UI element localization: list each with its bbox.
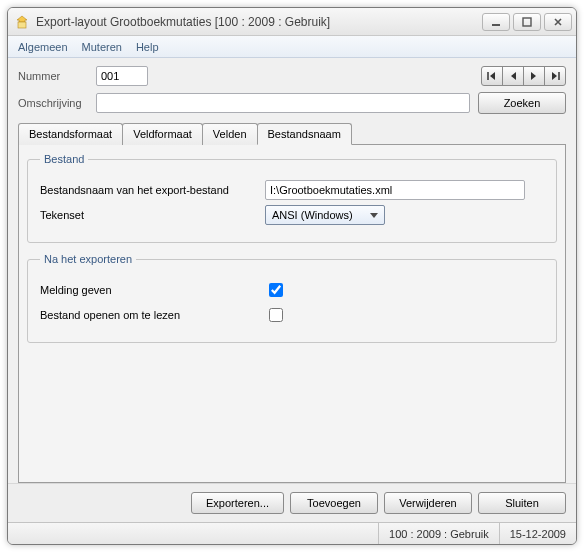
menu-muteren[interactable]: Muteren xyxy=(82,41,122,53)
tab-strip: Bestandsformaat Veldformaat Velden Besta… xyxy=(18,122,566,144)
record-nav xyxy=(481,66,566,86)
nav-prev-button[interactable] xyxy=(502,66,524,86)
tab-veldformaat[interactable]: Veldformaat xyxy=(122,123,203,145)
minimize-button[interactable] xyxy=(482,13,510,31)
close-button[interactable] xyxy=(544,13,572,31)
after-export-group: Na het exporteren Melding geven Bestand … xyxy=(27,253,557,343)
nav-first-button[interactable] xyxy=(481,66,503,86)
window-title: Export-layout Grootboekmutaties [100 : 2… xyxy=(36,15,482,29)
sluiten-button[interactable]: Sluiten xyxy=(478,492,566,514)
tab-bestandsformaat[interactable]: Bestandsformaat xyxy=(18,123,123,145)
exporteren-button[interactable]: Exporteren... xyxy=(191,492,284,514)
path-input[interactable] xyxy=(265,180,525,200)
bestand-group: Bestand Bestandsnaam van het export-best… xyxy=(27,153,557,243)
title-bar: Export-layout Grootboekmutaties [100 : 2… xyxy=(8,8,576,36)
svg-rect-2 xyxy=(523,18,531,26)
nummer-input[interactable] xyxy=(96,66,148,86)
open-checkbox[interactable] xyxy=(269,308,283,322)
status-context: 100 : 2009 : Gebruik xyxy=(378,523,499,544)
after-legend: Na het exporteren xyxy=(40,253,136,265)
menu-help[interactable]: Help xyxy=(136,41,159,53)
tekenset-value: ANSI (Windows) xyxy=(272,209,353,221)
app-icon xyxy=(14,14,30,30)
menu-bar: Algemeen Muteren Help xyxy=(8,36,576,58)
melding-checkbox[interactable] xyxy=(269,283,283,297)
svg-rect-1 xyxy=(492,24,500,26)
button-row: Exporteren... Toevoegen Verwijderen Slui… xyxy=(8,483,576,522)
status-date: 15-12-2009 xyxy=(499,523,576,544)
path-label: Bestandsnaam van het export-bestand xyxy=(40,184,265,196)
menu-algemeen[interactable]: Algemeen xyxy=(18,41,68,53)
nummer-label: Nummer xyxy=(18,70,88,82)
zoeken-button[interactable]: Zoeken xyxy=(478,92,566,114)
description-row: Omschrijving Zoeken xyxy=(8,90,576,122)
header-row: Nummer xyxy=(8,58,576,90)
open-label: Bestand openen om te lezen xyxy=(40,309,265,321)
toevoegen-button[interactable]: Toevoegen xyxy=(290,492,378,514)
tabs-area: Bestandsformaat Veldformaat Velden Besta… xyxy=(8,122,576,483)
tab-bestandsnaam[interactable]: Bestandsnaam xyxy=(257,123,352,145)
app-window: Export-layout Grootboekmutaties [100 : 2… xyxy=(7,7,577,545)
melding-label: Melding geven xyxy=(40,284,265,296)
tekenset-select[interactable]: ANSI (Windows) xyxy=(265,205,385,225)
tekenset-label: Tekenset xyxy=(40,209,265,221)
omschrijving-label: Omschrijving xyxy=(18,97,88,109)
verwijderen-button[interactable]: Verwijderen xyxy=(384,492,472,514)
tab-velden[interactable]: Velden xyxy=(202,123,258,145)
maximize-button[interactable] xyxy=(513,13,541,31)
omschrijving-input[interactable] xyxy=(96,93,470,113)
bestand-legend: Bestand xyxy=(40,153,88,165)
svg-rect-0 xyxy=(18,22,26,28)
tab-panel: Bestand Bestandsnaam van het export-best… xyxy=(18,144,566,483)
status-bar: 100 : 2009 : Gebruik 15-12-2009 xyxy=(8,522,576,544)
nav-next-button[interactable] xyxy=(523,66,545,86)
nav-last-button[interactable] xyxy=(544,66,566,86)
